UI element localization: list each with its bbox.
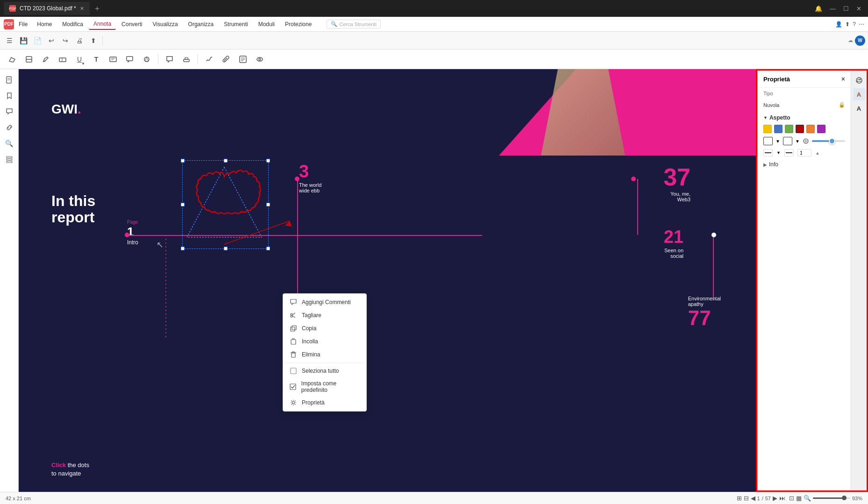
shape-tool[interactable] [139,52,154,67]
report-title: In this report [51,193,95,226]
stroke-style-arrow[interactable]: ▼ [776,150,781,155]
stroke-dropdown-arrow[interactable]: ▼ [795,139,800,144]
eraser-tool[interactable] [5,52,20,67]
stamp-tool[interactable] [179,52,194,67]
info-section[interactable]: ▶ Info [758,158,851,170]
tab-close-btn[interactable]: ✕ [80,6,84,12]
share-icon-menu[interactable]: ⬆ [845,21,850,28]
pdf-canvas[interactable]: GWI. In this report [19,69,756,492]
textbox2-tool[interactable] [122,52,137,67]
new-btn[interactable]: 📄 [31,34,44,47]
swatch-red[interactable] [796,125,804,133]
active-tab[interactable]: PDF CTD 2023 Global.pdf * ✕ [4,2,90,15]
share-btn[interactable]: ⬆ [87,34,100,47]
restore-btn[interactable]: ☐ [840,4,852,13]
sidebar-bookmarks[interactable] [2,89,16,103]
menu-converti[interactable]: Converti [117,19,147,29]
aspect-arrow: ▼ [763,115,768,120]
view-mode-1[interactable]: ⊡ [789,495,794,502]
handle-tl[interactable] [181,159,185,163]
print-btn[interactable]: 🖨 [73,34,86,47]
handle-tr[interactable] [266,159,270,163]
menu-home[interactable]: Home [32,19,57,29]
ctx-cut[interactable]: Tagliare [283,309,366,322]
menu-strumenti[interactable]: Strumenti [219,19,252,29]
opacity-icon[interactable] [803,138,809,144]
close-btn[interactable]: ✕ [854,4,864,13]
stamp2-tool[interactable] [235,52,250,67]
sidebar-search[interactable]: 🔍 [2,136,16,150]
rpanel-acrobat-a1[interactable]: A [853,88,865,100]
ctx-paste[interactable]: Incolla [283,335,366,348]
attach-tool[interactable] [219,52,234,67]
ctx-copy[interactable]: Copia [283,322,366,335]
swatch-yellow[interactable] [763,125,772,133]
view-mode-2[interactable]: ▦ [796,495,802,502]
svg-rect-29 [291,327,295,331]
stroke-width-icon[interactable] [784,149,794,156]
props-type-row: Tipo [758,88,851,99]
menu-protezione[interactable]: Protezione [280,19,316,29]
ctx-properties[interactable]: Proprietà [283,396,366,409]
toolbar-icon-btn-1[interactable]: ☰ [3,34,16,47]
fill-swatch[interactable] [763,137,773,145]
menu-visualizza[interactable]: Visualizza [148,19,183,29]
user-avatar[interactable]: W [855,35,865,46]
sidebar-layers[interactable] [2,152,16,166]
opacity-slider[interactable] [812,138,845,144]
eye-tool[interactable] [252,52,267,67]
more-menu[interactable]: ⋯ [859,21,864,28]
stroke-style-select[interactable] [763,149,773,156]
menu-organizza[interactable]: Organizza [184,19,219,29]
signature-tool[interactable] [202,52,217,67]
textbox-tool[interactable] [106,52,121,67]
new-tab-btn[interactable]: ＋ [93,4,101,14]
sidebar-links[interactable] [2,121,16,135]
swatch-purple[interactable] [817,125,825,133]
pencil-tool[interactable] [38,52,53,67]
swatch-orange[interactable] [806,125,815,133]
search-tools-box[interactable]: 🔍 Cerca Strumenti [327,20,380,28]
minimize-btn[interactable]: 🔔 [812,4,825,13]
fit-width-btn[interactable]: ⊟ [744,495,749,502]
menu-annota[interactable]: Annota [89,19,116,30]
ctx-delete[interactable]: Elimina [283,348,366,361]
text-tool[interactable]: T [89,52,104,67]
undo-btn[interactable]: ↩ [45,34,58,47]
prev-page-btn[interactable]: ◀ [751,495,755,502]
help-icon[interactable]: ? [853,21,856,28]
handle-tc[interactable] [224,159,228,163]
zoom-slider-track[interactable] [813,497,850,499]
save-btn[interactable]: 💾 [17,34,30,47]
fit-page-btn[interactable]: ⊞ [737,495,742,502]
maximize-btn[interactable]: — [827,4,839,13]
menu-modifica[interactable]: Modifica [57,19,88,29]
rpanel-acrobat-a2[interactable]: A [853,102,865,114]
stroke-num-arrow-up[interactable]: ▲ [815,150,820,156]
comment-tool[interactable] [162,52,177,67]
ctx-select-all[interactable]: Seleziona tutto [283,364,366,377]
ctx-set-default[interactable]: Imposta come predefinito [283,377,366,396]
stroke-width-input[interactable] [797,149,811,156]
sidebar-pages[interactable] [2,73,16,87]
next-page-btn[interactable]: ▶ [773,495,777,502]
redo-btn[interactable]: ↪ [59,34,72,47]
swatch-green[interactable] [785,125,793,133]
last-page-btn[interactable]: ⏭ [779,495,785,502]
stroke-swatch[interactable] [783,137,792,145]
ctx-add-comment[interactable]: Aggiungi Commenti [283,296,366,309]
intro-label: Intro [127,239,138,246]
swatch-blue[interactable] [774,125,783,133]
highlight-tool[interactable] [21,52,36,67]
rpanel-adjust[interactable] [853,74,865,86]
fill-dropdown-arrow[interactable]: ▼ [776,139,780,144]
props-close-btn[interactable]: × [841,75,845,83]
menu-moduli[interactable]: Moduli [254,19,279,29]
underline-tool[interactable]: U ▼ [72,52,87,67]
menu-file[interactable]: File [19,21,28,28]
sidebar-comments[interactable] [2,105,16,119]
erase-tool[interactable] [55,52,70,67]
zoom-out-btn[interactable]: 🔍 [804,495,811,502]
properties-panel-wrapper: Proprietà × Tipo Nuvola 🔒 ▼ Aspetto [756,69,868,492]
profile-icon[interactable]: 👤 [835,21,842,28]
